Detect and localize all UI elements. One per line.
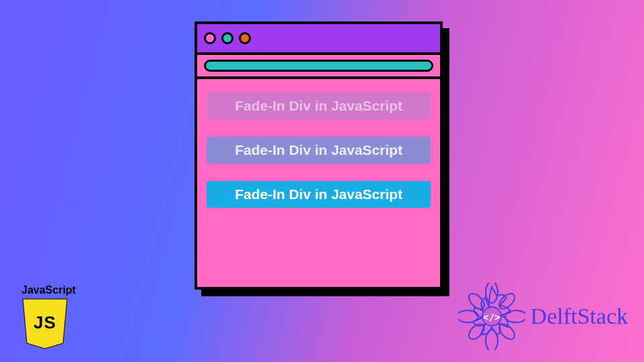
svg-point-2 [496, 291, 517, 312]
javascript-badge-label: JavaScript [21, 284, 86, 296]
delftstack-mandala-icon: </> [458, 283, 525, 350]
delftstack-wordmark: DelftStack [531, 304, 628, 329]
window-frame: Fade-In Div in JavaScript Fade-In Div in… [195, 21, 443, 290]
fade-box-1: Fade-In Div in JavaScript [207, 93, 431, 119]
window-control-close-icon [204, 32, 216, 44]
svg-point-9 [505, 310, 525, 322]
svg-point-7 [486, 330, 498, 350]
titlebar [197, 24, 440, 55]
javascript-shield-icon: JS [21, 298, 68, 350]
browser-window: Fade-In Div in JavaScript Fade-In Div in… [195, 21, 443, 290]
svg-text:</>: </> [483, 312, 500, 322]
urlbar [204, 60, 433, 72]
window-control-minimize-icon [221, 32, 233, 44]
fade-box-2-label: Fade-In Div in JavaScript [235, 142, 402, 158]
svg-point-4 [466, 291, 486, 312]
javascript-shield-letters: JS [21, 312, 68, 333]
window-control-zoom-icon [239, 32, 251, 44]
svg-point-8 [458, 310, 478, 322]
fade-box-3-label: Fade-In Div in JavaScript [235, 186, 402, 202]
delftstack-logo: </> DelftStack [458, 283, 628, 350]
fade-box-3: Fade-In Div in JavaScript [207, 181, 431, 208]
window-content: Fade-In Div in JavaScript Fade-In Div in… [197, 79, 440, 287]
fade-box-2: Fade-In Div in JavaScript [207, 137, 431, 164]
urlbar-row [197, 55, 440, 79]
javascript-badge: JavaScript JS [21, 284, 86, 350]
fade-box-1-label: Fade-In Div in JavaScript [235, 98, 402, 114]
